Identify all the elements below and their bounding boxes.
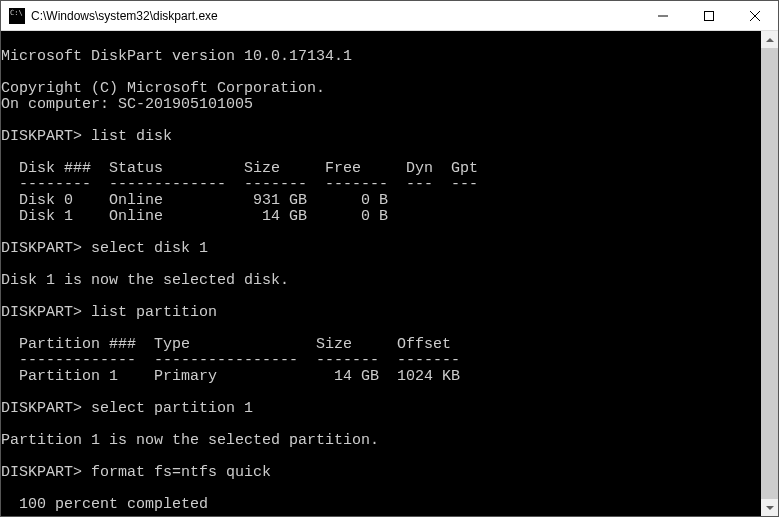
cmd-select-partition: select partition 1: [91, 400, 253, 417]
prompt: DISKPART>: [1, 240, 82, 257]
resp-select-partition: Partition 1 is now the selected partitio…: [1, 432, 379, 449]
disk-row-1: Disk 1 Online 14 GB 0 B: [1, 208, 388, 225]
partition-table-sep: ------------- ---------------- ------- -…: [1, 352, 460, 369]
scroll-thumb[interactable]: [761, 48, 778, 499]
diskpart-version: Microsoft DiskPart version 10.0.17134.1: [1, 48, 352, 65]
titlebar: C:\Windows\system32\diskpart.exe: [1, 1, 778, 31]
disk-table-sep: -------- ------------- ------- ------- -…: [1, 176, 478, 193]
disk-row-0: Disk 0 Online 931 GB 0 B: [1, 192, 388, 209]
prompt: DISKPART>: [1, 400, 82, 417]
svg-rect-1: [705, 11, 714, 20]
partition-row-0: Partition 1 Primary 14 GB 1024 KB: [1, 368, 460, 385]
cmd-list-disk: list disk: [91, 128, 172, 145]
window-controls: [640, 1, 778, 30]
prompt: DISKPART>: [1, 128, 82, 145]
vertical-scrollbar[interactable]: [761, 31, 778, 516]
scroll-up-button[interactable]: [761, 31, 778, 48]
cmd-list-partition: list partition: [91, 304, 217, 321]
copyright-line: Copyright (C) Microsoft Corporation.: [1, 80, 325, 97]
window-title: C:\Windows\system32\diskpart.exe: [31, 9, 640, 23]
minimize-button[interactable]: [640, 1, 686, 30]
terminal-content: Microsoft DiskPart version 10.0.17134.1 …: [1, 33, 757, 513]
cmd-select-disk: select disk 1: [91, 240, 208, 257]
scroll-down-button[interactable]: [761, 499, 778, 516]
prompt: DISKPART>: [1, 304, 82, 321]
cmd-format: format fs=ntfs quick: [91, 464, 271, 481]
format-progress: 100 percent completed: [1, 496, 208, 513]
scroll-track[interactable]: [761, 48, 778, 499]
terminal[interactable]: Microsoft DiskPart version 10.0.17134.1 …: [1, 31, 778, 516]
prompt: DISKPART>: [1, 464, 82, 481]
partition-table-header: Partition ### Type Size Offset: [1, 336, 451, 353]
cmd-icon: [9, 8, 25, 24]
disk-table-header: Disk ### Status Size Free Dyn Gpt: [1, 160, 478, 177]
close-button[interactable]: [732, 1, 778, 30]
maximize-button[interactable]: [686, 1, 732, 30]
resp-select-disk: Disk 1 is now the selected disk.: [1, 272, 289, 289]
computer-line: On computer: SC-201905101005: [1, 96, 253, 113]
